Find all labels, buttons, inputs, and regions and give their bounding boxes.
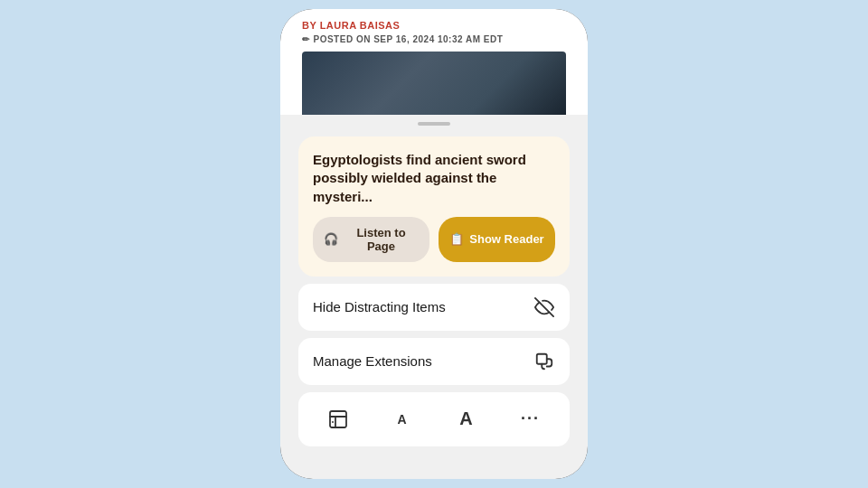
date-text: POSTED ON SEP 16, 2024 10:32 AM EDT (314, 34, 504, 44)
font-small-button[interactable]: A (381, 401, 424, 437)
svg-rect-2 (330, 411, 346, 427)
article-title: Egyptologists find ancient sword possibl… (313, 151, 555, 206)
manage-extensions-row[interactable]: Manage Extensions (298, 338, 570, 385)
font-small-label: A (397, 412, 406, 427)
font-large-label: A (459, 408, 472, 429)
eye-off-icon (533, 296, 555, 318)
drag-handle (418, 122, 450, 126)
author-prefix: BY (302, 20, 320, 31)
webpage-top: BY LAURA BAISAS POSTED ON SEP 16, 2024 1… (280, 9, 588, 115)
reader-icon: 📋 (449, 232, 464, 246)
font-large-button[interactable]: A (445, 401, 488, 437)
more-options-button[interactable]: ··· (509, 401, 552, 437)
reader-view-icon (327, 408, 349, 430)
reader-view-button[interactable] (316, 401, 360, 437)
listen-button[interactable]: 🎧 Listen to Page (313, 217, 429, 262)
bottom-sheet: Egyptologists find ancient sword possibl… (280, 115, 588, 479)
hide-distracting-row[interactable]: Hide Distracting Items (298, 284, 570, 331)
show-reader-button[interactable]: 📋 Show Reader (439, 217, 555, 262)
listen-label: Listen to Page (344, 226, 419, 253)
reader-buttons: 🎧 Listen to Page 📋 Show Reader (313, 217, 555, 262)
reader-card: Egyptologists find ancient sword possibl… (298, 136, 570, 277)
svg-rect-1 (537, 354, 547, 364)
ellipsis-label: ··· (521, 409, 540, 428)
svg-point-5 (332, 421, 334, 423)
author-line: BY LAURA BAISAS (302, 20, 566, 31)
extensions-icon (533, 351, 555, 372)
reader-label: Show Reader (469, 232, 543, 246)
toolbar-row: A A ··· (298, 392, 570, 446)
phone-frame: BY LAURA BAISAS POSTED ON SEP 16, 2024 1… (280, 9, 588, 479)
article-image (302, 52, 566, 115)
hide-distracting-label: Hide Distracting Items (313, 299, 446, 314)
headphone-icon: 🎧 (324, 232, 338, 246)
author-name: LAURA BAISAS (320, 20, 401, 31)
date-line: POSTED ON SEP 16, 2024 10:32 AM EDT (302, 34, 566, 44)
manage-extensions-label: Manage Extensions (313, 353, 432, 369)
